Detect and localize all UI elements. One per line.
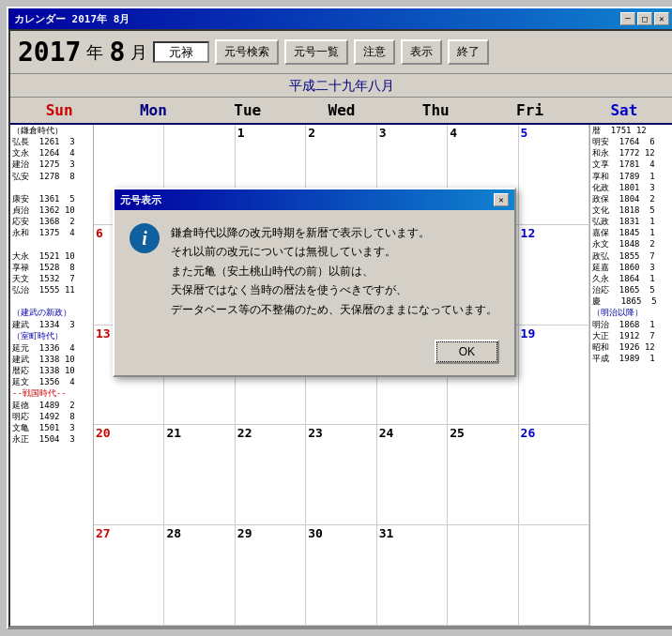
modal-window: 元号表示 ✕ i 鎌倉時代以降の改元時期を新暦で表示しています。 それ以前の改元… bbox=[113, 188, 516, 377]
info-icon: i bbox=[130, 223, 160, 253]
modal-line2: それ以前の改元については無視しています。 bbox=[171, 245, 396, 258]
ok-button[interactable]: OK bbox=[435, 340, 499, 364]
modal-footer: OK bbox=[115, 332, 514, 375]
modal-title: 元号表示 bbox=[120, 193, 161, 207]
modal-line4: 天保暦ではなく当時の暦法を使うべきですが、 bbox=[171, 283, 407, 296]
modal-title-bar: 元号表示 ✕ bbox=[115, 189, 514, 210]
modal-body: i 鎌倉時代以降の改元時期を新暦で表示しています。 それ以前の改元については無視… bbox=[115, 210, 514, 332]
modal-overlay: 元号表示 ✕ i 鎌倉時代以降の改元時期を新暦で表示しています。 それ以前の改元… bbox=[0, 0, 672, 636]
modal-line1: 鎌倉時代以降の改元時期を新暦で表示しています。 bbox=[171, 226, 430, 239]
modal-close-button[interactable]: ✕ bbox=[494, 193, 509, 206]
modal-message: 鎌倉時代以降の改元時期を新暦で表示しています。 それ以前の改元については無視して… bbox=[171, 223, 499, 319]
info-icon-container: i bbox=[130, 223, 160, 253]
modal-line3: また元亀（安土桃山時代の前）以前は、 bbox=[171, 265, 374, 278]
modal-line5: データベース等の不整備のため、天保暦のままになっています。 bbox=[171, 303, 497, 316]
